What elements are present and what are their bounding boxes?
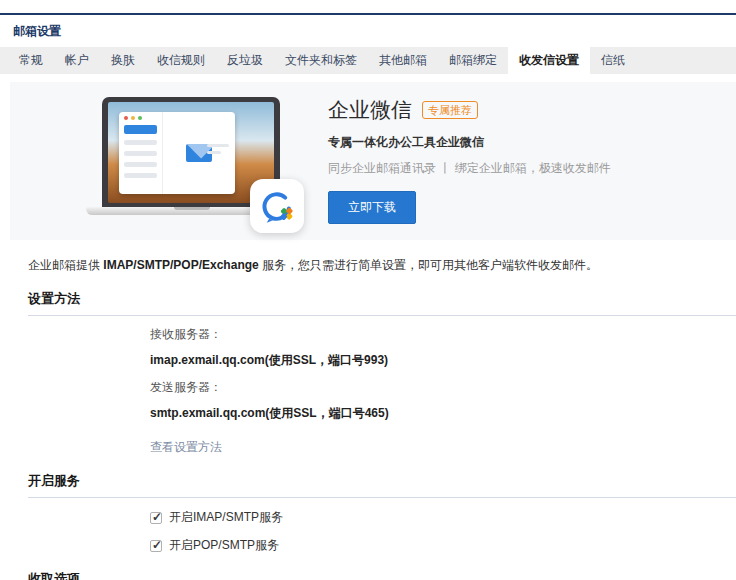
imap-smtp-label: 开启IMAP/SMTP服务 <box>169 509 283 526</box>
option-row: 开启IMAP/SMTP服务 <box>150 509 736 526</box>
wecom-promo-banner: 企业微信 专属推荐 专属一体化办公工具企业微信 同步企业邮箱通讯录 丨 绑定企业… <box>10 82 736 240</box>
send-server-label: 发送服务器： <box>150 379 736 396</box>
mail-sidebar <box>119 112 163 194</box>
tab-account[interactable]: 帐户 <box>54 47 100 74</box>
tab-antispam[interactable]: 反垃圾 <box>216 47 274 74</box>
section-enable-services: 开启服务 <box>28 472 736 498</box>
imap-smtp-checkbox[interactable] <box>150 512 162 524</box>
tab-send-receive-settings[interactable]: 收发信设置 <box>508 47 590 74</box>
intro-text: 企业邮箱提供 IMAP/SMTP/POP/Exchange 服务，您只需进行简单… <box>28 257 736 274</box>
wecom-subtitle: 专属一体化办公工具企业微信 <box>328 134 611 151</box>
wecom-logo-icon <box>250 179 304 233</box>
laptop-illustration <box>86 97 298 223</box>
pop-smtp-label: 开启POP/SMTP服务 <box>169 537 279 554</box>
tab-mailbox-binding[interactable]: 邮箱绑定 <box>438 47 508 74</box>
view-setup-method-link[interactable]: 查看设置方法 <box>150 439 222 456</box>
protocols-text: IMAP/SMTP/POP/Exchange <box>103 258 258 272</box>
option-row: 开启POP/SMTP服务 <box>150 537 736 554</box>
recommend-badge: 专属推荐 <box>422 101 478 119</box>
tab-mail-rules[interactable]: 收信规则 <box>146 47 216 74</box>
mail-content <box>163 112 235 194</box>
receive-server-label: 接收服务器： <box>150 326 736 343</box>
tab-general[interactable]: 常规 <box>8 47 54 74</box>
tab-stationery[interactable]: 信纸 <box>590 47 636 74</box>
tab-folders-labels[interactable]: 文件夹和标签 <box>274 47 368 74</box>
wecom-description: 同步企业邮箱通讯录 丨 绑定企业邮箱，极速收发邮件 <box>328 160 611 177</box>
pop-smtp-checkbox[interactable] <box>150 540 162 552</box>
window-traffic-lights-icon <box>124 116 142 120</box>
mail-client-window <box>119 112 235 194</box>
send-server-value: smtp.exmail.qq.com(使用SSL，端口号465) <box>150 405 736 422</box>
settings-tabbar: 常规 帐户 换肤 收信规则 反垃圾 文件夹和标签 其他邮箱 邮箱绑定 收发信设置… <box>0 47 736 74</box>
download-now-button[interactable]: 立即下载 <box>328 191 416 224</box>
wecom-title: 企业微信 <box>328 96 412 124</box>
section-setup-method: 设置方法 <box>28 290 736 316</box>
page-title: 邮箱设置 <box>0 15 736 47</box>
tab-other-mailboxes[interactable]: 其他邮箱 <box>368 47 438 74</box>
section-fetch-options: 收取选项 <box>28 570 736 580</box>
desktop-wallpaper <box>108 102 274 203</box>
receive-server-value: imap.exmail.qq.com(使用SSL，端口号993) <box>150 352 736 369</box>
tab-skin[interactable]: 换肤 <box>100 47 146 74</box>
